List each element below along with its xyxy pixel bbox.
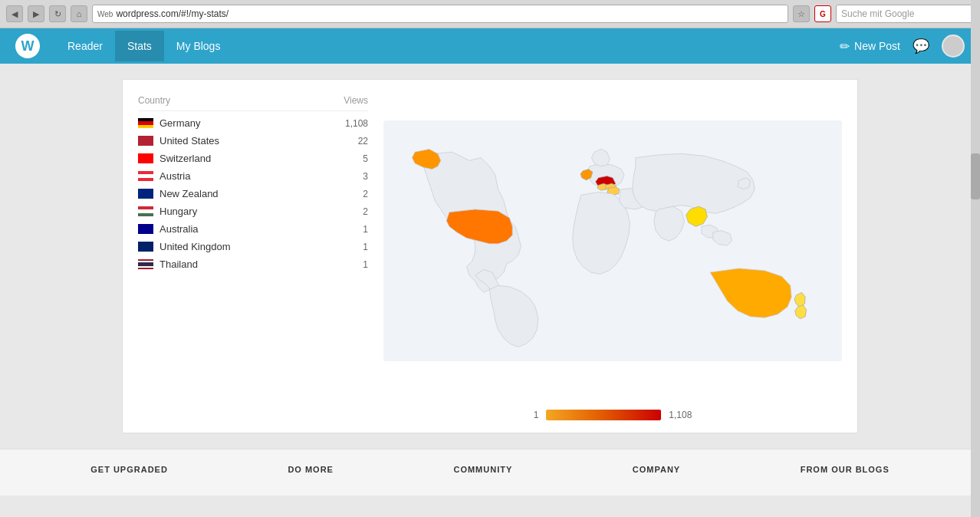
footer: GET UPGRADED DO MORE COMMUNITY COMPANY F… — [0, 449, 980, 496]
country-views: 1 — [363, 224, 368, 235]
home-button[interactable]: ⌂ — [71, 5, 87, 22]
country-views: 2 — [363, 206, 368, 217]
flag-hu — [138, 206, 153, 216]
back-button[interactable]: ◀ — [6, 5, 23, 22]
user-avatar[interactable] — [942, 35, 965, 58]
bookmark-button[interactable]: ☆ — [793, 5, 810, 22]
table-row: New Zealand 2 — [138, 185, 368, 203]
legend-gradient — [546, 410, 661, 420]
url-bar[interactable]: Web wordpress.com/#!/my-stats/ — [92, 5, 788, 23]
map-area: 1 1,108 — [383, 95, 842, 417]
footer-section-company: COMPANY — [633, 465, 680, 480]
nav-my-blogs[interactable]: My Blogs — [164, 31, 233, 61]
browser-toolbar: ◀ ▶ ↻ ⌂ Web wordpress.com/#!/my-stats/ ☆… — [0, 0, 980, 28]
country-views: 1 — [363, 259, 368, 270]
country-views: 1,108 — [345, 118, 368, 129]
footer-title-from-our-blogs: FROM OUR BLOGS — [801, 465, 890, 474]
table-row: Australia 1 — [138, 220, 368, 238]
country-views: 1 — [363, 242, 368, 252]
country-views: 5 — [363, 153, 368, 164]
nav-reader[interactable]: Reader — [55, 31, 115, 61]
content-card: Country Views Germany 1,108 United State… — [122, 79, 858, 433]
google-icon: G — [814, 5, 831, 22]
flag-nz — [138, 189, 153, 199]
notifications-button[interactable]: 💬 — [909, 35, 932, 58]
url-web-label: Web — [97, 10, 113, 18]
table-row: Germany 1,108 — [138, 114, 368, 132]
table-row: Hungary 2 — [138, 203, 368, 220]
flag-us — [138, 136, 153, 146]
footer-title-company: COMPANY — [633, 465, 680, 474]
country-views: 22 — [358, 136, 368, 147]
main-content: Country Views Germany 1,108 United State… — [0, 64, 980, 449]
country-name: Australia — [159, 223, 363, 235]
search-placeholder: Suche mit Google — [841, 8, 914, 19]
new-post-label: New Post — [854, 40, 900, 52]
country-name: New Zealand — [159, 188, 363, 199]
legend-max: 1,108 — [669, 410, 692, 420]
country-name: Thailand — [159, 258, 363, 270]
country-views: 3 — [363, 171, 368, 182]
legend-min: 1 — [534, 410, 539, 420]
chat-icon: 💬 — [913, 38, 929, 54]
col-country: Country — [138, 95, 170, 106]
scrollbar-thumb[interactable] — [971, 153, 980, 199]
country-name: United Kingdom — [159, 241, 363, 252]
country-name: Austria — [159, 170, 363, 182]
flag-th — [138, 259, 153, 269]
wp-navbar: W Reader Stats My Blogs ✏ New Post 💬 — [0, 28, 980, 64]
country-name: Hungary — [159, 206, 363, 217]
table-row: United States 22 — [138, 132, 368, 150]
wp-nav-right: ✏ New Post 💬 — [840, 35, 965, 58]
footer-title-community: COMMUNITY — [453, 465, 512, 474]
flag-de — [138, 118, 153, 128]
country-name: United States — [159, 135, 358, 147]
forward-button[interactable]: ▶ — [28, 5, 44, 22]
footer-section-get-upgraded: GET UPGRADED — [90, 465, 168, 480]
table-row: Switzerland 5 — [138, 150, 368, 167]
flag-at — [138, 171, 153, 181]
stats-table: Country Views Germany 1,108 United State… — [138, 95, 368, 273]
url-value: wordpress.com/#!/my-stats/ — [116, 8, 229, 19]
wp-logo-text: W — [21, 38, 35, 54]
pencil-icon: ✏ — [840, 39, 850, 54]
wp-nav-links: Reader Stats My Blogs — [55, 31, 232, 61]
map-legend: 1 1,108 — [383, 410, 842, 420]
browser-chrome: ◀ ▶ ↻ ⌂ Web wordpress.com/#!/my-stats/ ☆… — [0, 0, 980, 28]
world-map-svg — [383, 95, 842, 387]
flag-ch — [138, 153, 153, 163]
new-post-button[interactable]: ✏ New Post — [840, 39, 900, 54]
refresh-button[interactable]: ↻ — [49, 5, 66, 22]
footer-title-do-more: DO MORE — [288, 465, 334, 474]
footer-section-community: COMMUNITY — [453, 465, 512, 480]
table-row: Thailand 1 — [138, 255, 368, 273]
world-map — [383, 95, 842, 402]
nav-stats[interactable]: Stats — [115, 31, 164, 61]
country-name: Switzerland — [159, 153, 363, 164]
wp-logo[interactable]: W — [15, 34, 40, 58]
footer-section-do-more: DO MORE — [288, 465, 334, 480]
search-bar[interactable]: Suche mit Google — [836, 5, 974, 23]
country-views: 2 — [363, 189, 368, 199]
table-row: Austria 3 — [138, 167, 368, 185]
scrollbar[interactable] — [971, 0, 980, 496]
footer-section-from-our-blogs: FROM OUR BLOGS — [801, 465, 890, 480]
col-views: Views — [344, 95, 368, 106]
country-name: Germany — [159, 117, 345, 129]
stats-header: Country Views — [138, 95, 368, 111]
flag-au — [138, 224, 153, 234]
flag-gb — [138, 242, 153, 252]
table-row: United Kingdom 1 — [138, 238, 368, 255]
footer-title-get-upgraded: GET UPGRADED — [90, 465, 168, 474]
